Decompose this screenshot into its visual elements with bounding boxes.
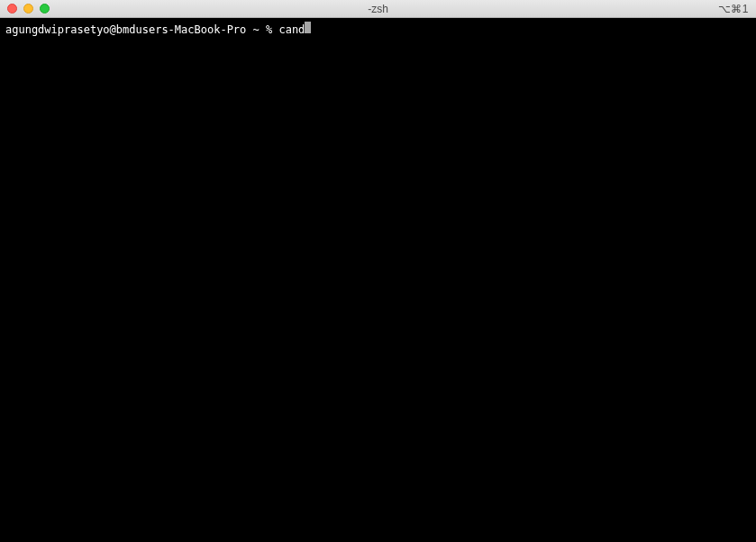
window-title: -zsh [368,3,388,15]
terminal-content-area[interactable]: agungdwiprasetyo@bmdusers-MacBook-Pro ~ … [0,18,756,542]
terminal-prompt-line: agungdwiprasetyo@bmdusers-MacBook-Pro ~ … [5,22,751,38]
maximize-window-button[interactable] [40,4,50,14]
shell-prompt: agungdwiprasetyo@bmdusers-MacBook-Pro ~ … [5,23,278,38]
window-title-bar: -zsh ⌥⌘1 [0,0,756,18]
traffic-lights [7,4,50,14]
minimize-window-button[interactable] [23,4,33,14]
text-cursor [305,22,311,33]
window-shortcut-indicator: ⌥⌘1 [718,3,749,15]
command-input[interactable]: cand [278,23,305,38]
close-window-button[interactable] [7,4,17,14]
